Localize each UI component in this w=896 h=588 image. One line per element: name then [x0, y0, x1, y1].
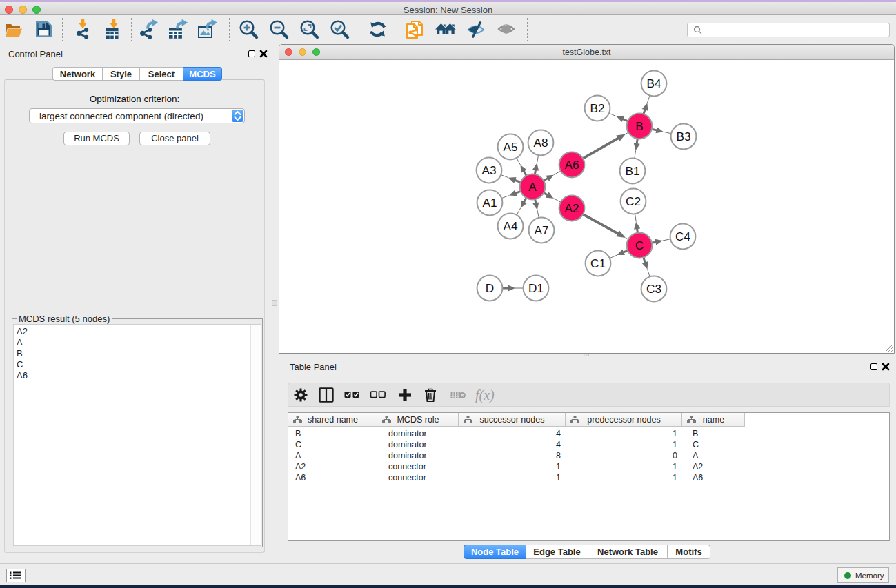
- svg-text:C: C: [635, 239, 644, 252]
- svg-text:B4: B4: [646, 77, 661, 90]
- svg-text:A4: A4: [503, 219, 517, 233]
- svg-text:B2: B2: [590, 101, 604, 115]
- svg-text:A7: A7: [534, 223, 548, 237]
- svg-text:C1: C1: [590, 256, 606, 270]
- svg-text:A1: A1: [482, 196, 497, 210]
- svg-text:A8: A8: [533, 136, 548, 150]
- svg-text:C2: C2: [626, 194, 641, 208]
- svg-text:A3: A3: [481, 163, 496, 177]
- svg-text:B1: B1: [625, 164, 639, 178]
- svg-text:C3: C3: [646, 282, 661, 296]
- svg-text:A2: A2: [564, 201, 579, 215]
- svg-text:A: A: [528, 180, 537, 194]
- svg-text:B: B: [635, 119, 643, 133]
- svg-text:D1: D1: [528, 281, 544, 295]
- svg-text:A6: A6: [564, 158, 579, 172]
- svg-text:C4: C4: [675, 230, 690, 243]
- svg-text:B3: B3: [676, 130, 690, 143]
- svg-text:D: D: [486, 281, 494, 295]
- svg-text:A5: A5: [503, 140, 517, 154]
